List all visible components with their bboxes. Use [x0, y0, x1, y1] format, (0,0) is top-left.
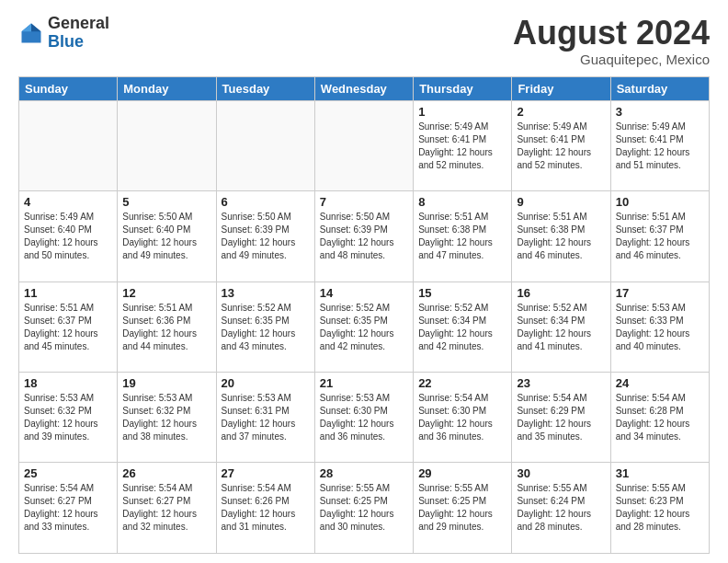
- day-info: Sunrise: 5:54 AMSunset: 6:28 PMDaylight:…: [616, 392, 704, 443]
- day-number: 1: [418, 105, 506, 119]
- day-number: 13: [222, 286, 310, 300]
- col-saturday: Saturday: [610, 76, 709, 100]
- day-number: 15: [418, 286, 506, 300]
- day-info: Sunrise: 5:54 AMSunset: 6:29 PMDaylight:…: [517, 392, 605, 443]
- calendar-cell: 5Sunrise: 5:50 AMSunset: 6:40 PMDaylight…: [118, 191, 216, 282]
- day-info: Sunrise: 5:49 AMSunset: 6:41 PMDaylight:…: [517, 121, 605, 172]
- calendar-cell: 31Sunrise: 5:55 AMSunset: 6:23 PMDayligh…: [610, 463, 709, 554]
- day-info: Sunrise: 5:51 AMSunset: 6:37 PMDaylight:…: [616, 211, 704, 262]
- day-number: 19: [122, 376, 210, 390]
- calendar-week-row: 18Sunrise: 5:53 AMSunset: 6:32 PMDayligh…: [19, 373, 710, 463]
- day-info: Sunrise: 5:51 AMSunset: 6:36 PMDaylight:…: [122, 302, 210, 353]
- calendar-cell: 16Sunrise: 5:52 AMSunset: 6:34 PMDayligh…: [512, 282, 610, 372]
- calendar-cell: 13Sunrise: 5:52 AMSunset: 6:35 PMDayligh…: [216, 282, 314, 372]
- day-info: Sunrise: 5:54 AMSunset: 6:27 PMDaylight:…: [24, 482, 112, 534]
- day-info: Sunrise: 5:49 AMSunset: 6:40 PMDaylight:…: [24, 211, 112, 262]
- day-number: 11: [24, 286, 112, 300]
- logo-general: General: [48, 14, 109, 32]
- calendar-cell: 28Sunrise: 5:55 AMSunset: 6:25 PMDayligh…: [314, 463, 413, 554]
- day-number: 29: [418, 466, 506, 480]
- day-number: 22: [418, 376, 506, 390]
- day-number: 31: [616, 466, 704, 480]
- calendar-week-row: 25Sunrise: 5:54 AMSunset: 6:27 PMDayligh…: [19, 463, 710, 554]
- logo: GeneralBlue: [18, 15, 109, 52]
- day-number: 14: [320, 286, 408, 300]
- title-block: August 2024 Guaquitepec, Mexico: [513, 15, 710, 67]
- calendar-cell: [118, 100, 216, 190]
- day-number: 5: [122, 195, 210, 209]
- col-tuesday: Tuesday: [216, 76, 314, 100]
- calendar-cell: 20Sunrise: 5:53 AMSunset: 6:31 PMDayligh…: [216, 373, 314, 463]
- day-info: Sunrise: 5:50 AMSunset: 6:39 PMDaylight:…: [320, 211, 408, 262]
- header: GeneralBlue August 2024 Guaquitepec, Mex…: [18, 15, 710, 67]
- day-number: 7: [320, 195, 408, 209]
- day-number: 25: [24, 466, 112, 480]
- col-thursday: Thursday: [414, 76, 512, 100]
- calendar-header-row: Sunday Monday Tuesday Wednesday Thursday…: [19, 76, 710, 100]
- day-number: 3: [616, 105, 704, 119]
- calendar-cell: 9Sunrise: 5:51 AMSunset: 6:38 PMDaylight…: [512, 191, 610, 282]
- calendar-cell: 26Sunrise: 5:54 AMSunset: 6:27 PMDayligh…: [118, 463, 216, 554]
- calendar-cell: 10Sunrise: 5:51 AMSunset: 6:37 PMDayligh…: [610, 191, 709, 282]
- day-number: 10: [616, 195, 704, 209]
- day-number: 27: [222, 466, 310, 480]
- day-number: 12: [122, 286, 210, 300]
- calendar-cell: 15Sunrise: 5:52 AMSunset: 6:34 PMDayligh…: [414, 282, 512, 372]
- calendar-cell: 2Sunrise: 5:49 AMSunset: 6:41 PMDaylight…: [512, 100, 610, 190]
- day-info: Sunrise: 5:50 AMSunset: 6:40 PMDaylight:…: [122, 211, 210, 262]
- calendar-cell: 11Sunrise: 5:51 AMSunset: 6:37 PMDayligh…: [19, 282, 118, 372]
- day-number: 6: [222, 195, 310, 209]
- calendar-cell: 23Sunrise: 5:54 AMSunset: 6:29 PMDayligh…: [512, 373, 610, 463]
- day-number: 2: [517, 105, 605, 119]
- day-number: 18: [24, 376, 112, 390]
- month-title: August 2024: [513, 15, 710, 52]
- day-info: Sunrise: 5:54 AMSunset: 6:26 PMDaylight:…: [222, 482, 310, 534]
- day-info: Sunrise: 5:53 AMSunset: 6:30 PMDaylight:…: [320, 392, 408, 443]
- calendar-cell: [314, 100, 413, 190]
- calendar-cell: 19Sunrise: 5:53 AMSunset: 6:32 PMDayligh…: [118, 373, 216, 463]
- day-number: 23: [517, 376, 605, 390]
- day-info: Sunrise: 5:53 AMSunset: 6:32 PMDaylight:…: [24, 392, 112, 443]
- day-number: 30: [517, 466, 605, 480]
- day-info: Sunrise: 5:53 AMSunset: 6:33 PMDaylight:…: [616, 302, 704, 353]
- calendar-cell: 30Sunrise: 5:55 AMSunset: 6:24 PMDayligh…: [512, 463, 610, 554]
- calendar-cell: 17Sunrise: 5:53 AMSunset: 6:33 PMDayligh…: [610, 282, 709, 372]
- day-info: Sunrise: 5:52 AMSunset: 6:34 PMDaylight:…: [418, 302, 506, 353]
- calendar-cell: 4Sunrise: 5:49 AMSunset: 6:40 PMDaylight…: [19, 191, 118, 282]
- calendar-cell: 24Sunrise: 5:54 AMSunset: 6:28 PMDayligh…: [610, 373, 709, 463]
- calendar-cell: 27Sunrise: 5:54 AMSunset: 6:26 PMDayligh…: [216, 463, 314, 554]
- day-number: 20: [222, 376, 310, 390]
- calendar-cell: [216, 100, 314, 190]
- location: Guaquitepec, Mexico: [513, 52, 710, 67]
- day-info: Sunrise: 5:52 AMSunset: 6:35 PMDaylight:…: [320, 302, 408, 353]
- calendar-cell: 1Sunrise: 5:49 AMSunset: 6:41 PMDaylight…: [414, 100, 512, 190]
- day-info: Sunrise: 5:53 AMSunset: 6:31 PMDaylight:…: [222, 392, 310, 443]
- calendar-cell: 29Sunrise: 5:55 AMSunset: 6:25 PMDayligh…: [414, 463, 512, 554]
- day-number: 9: [517, 195, 605, 209]
- calendar-cell: 14Sunrise: 5:52 AMSunset: 6:35 PMDayligh…: [314, 282, 413, 372]
- calendar-cell: 6Sunrise: 5:50 AMSunset: 6:39 PMDaylight…: [216, 191, 314, 282]
- calendar-cell: 25Sunrise: 5:54 AMSunset: 6:27 PMDayligh…: [19, 463, 118, 554]
- col-friday: Friday: [512, 76, 610, 100]
- logo-blue: Blue: [48, 32, 84, 51]
- logo-icon: [18, 20, 44, 46]
- calendar-week-row: 1Sunrise: 5:49 AMSunset: 6:41 PMDaylight…: [19, 100, 710, 190]
- col-monday: Monday: [118, 76, 216, 100]
- day-number: 28: [320, 466, 408, 480]
- day-info: Sunrise: 5:51 AMSunset: 6:37 PMDaylight:…: [24, 302, 112, 353]
- day-info: Sunrise: 5:49 AMSunset: 6:41 PMDaylight:…: [418, 121, 506, 172]
- calendar-cell: 7Sunrise: 5:50 AMSunset: 6:39 PMDaylight…: [314, 191, 413, 282]
- day-number: 8: [418, 195, 506, 209]
- day-number: 26: [122, 466, 210, 480]
- day-number: 17: [616, 286, 704, 300]
- day-info: Sunrise: 5:54 AMSunset: 6:30 PMDaylight:…: [418, 392, 506, 443]
- calendar-table: Sunday Monday Tuesday Wednesday Thursday…: [18, 76, 710, 554]
- day-info: Sunrise: 5:52 AMSunset: 6:35 PMDaylight:…: [222, 302, 310, 353]
- calendar-cell: 12Sunrise: 5:51 AMSunset: 6:36 PMDayligh…: [118, 282, 216, 372]
- day-info: Sunrise: 5:55 AMSunset: 6:25 PMDaylight:…: [320, 482, 408, 534]
- calendar-cell: 21Sunrise: 5:53 AMSunset: 6:30 PMDayligh…: [314, 373, 413, 463]
- day-number: 24: [616, 376, 704, 390]
- day-number: 21: [320, 376, 408, 390]
- svg-marker-2: [22, 23, 32, 31]
- calendar-cell: [19, 100, 118, 190]
